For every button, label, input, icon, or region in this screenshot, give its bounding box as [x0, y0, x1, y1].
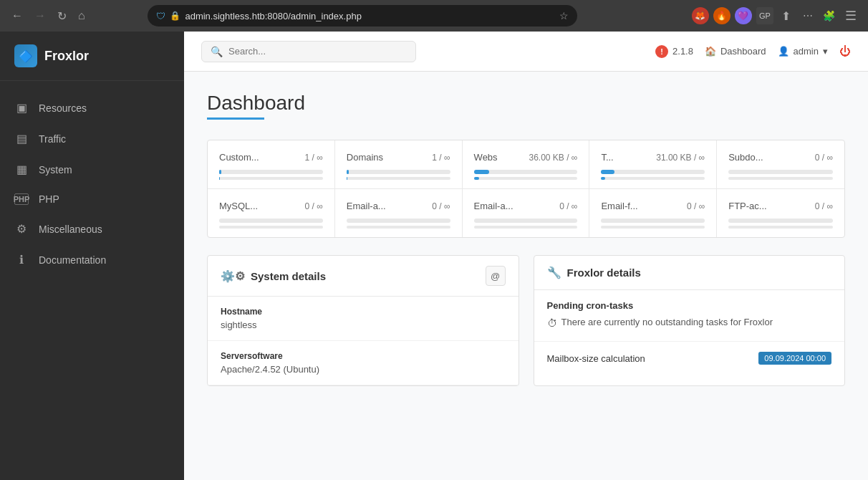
bottom-panels: ⚙️⚙ System details @ Hostname sightless [207, 255, 845, 386]
stat-card-domains[interactable]: Domains 1 / ∞ [335, 140, 463, 189]
stat-value: 31.00 KB / ∞ [656, 153, 705, 163]
system-details-panel: ⚙️⚙ System details @ Hostname sightless [207, 255, 519, 386]
sidebar-item-miscellaneous[interactable]: ⚙ Miscellaneous [0, 213, 184, 244]
stat-value: 0 / ∞ [432, 201, 450, 211]
stat-name: Domains [347, 152, 383, 163]
stat-bar-bg [601, 170, 705, 174]
user-menu[interactable]: 👤 admin ▾ [778, 46, 828, 57]
stat-name: Subdo... [728, 152, 763, 163]
browser-chrome: ← → ↻ ⌂ 🛡 🔒 admin.sightless.htb:8080/adm… [0, 0, 868, 32]
system-action-button[interactable]: @ [486, 266, 506, 286]
search-input[interactable] [228, 46, 407, 57]
stat-bar-bg [219, 170, 323, 174]
stat-value: 0 / ∞ [815, 153, 833, 163]
stat-value: 0 / ∞ [305, 201, 323, 211]
page-title: Dashboard [207, 92, 845, 115]
ext-purple-button[interactable]: 💜 [735, 7, 752, 24]
power-button[interactable]: ⏻ [839, 45, 851, 58]
stat-bar-bg [347, 170, 450, 174]
logo-char: 🔷 [19, 49, 33, 63]
ext-puzzle-button[interactable]: 🧩 [821, 7, 838, 24]
title-underline [207, 117, 264, 120]
stat-card-mysql[interactable]: MySQL... 0 / ∞ [208, 189, 335, 237]
stat-value: 0 / ∞ [559, 201, 577, 211]
forward-button[interactable]: → [32, 6, 49, 25]
serversoftware-label: Serversoftware [221, 351, 506, 361]
stat-value: 0 / ∞ [815, 201, 833, 211]
search-bar[interactable]: 🔍 [201, 41, 416, 62]
clock-icon: ⏱ [547, 316, 557, 331]
address-bar[interactable]: 🛡 🔒 admin.sightless.htb:8080/admin_index… [148, 5, 577, 27]
ext-orange-button[interactable]: 🔥 [713, 7, 730, 24]
url-display[interactable]: admin.sightless.htb:8080/admin_index.php [185, 11, 555, 21]
topbar-right: ! 2.1.8 🏠 Dashboard 👤 admin ▾ ⏻ [655, 45, 851, 58]
stat-card-ftp[interactable]: FTP-ac... 0 / ∞ [717, 189, 844, 237]
stat-card-email-alias[interactable]: Email-a... 0 / ∞ [463, 189, 590, 237]
stat-card-email-fwd[interactable]: Email-f... 0 / ∞ [589, 189, 717, 237]
sidebar-item-label: System [39, 164, 72, 176]
ext-extra-button[interactable]: ⋯ [799, 7, 816, 24]
stat-bar-bg [474, 219, 578, 223]
hostname-label: Hostname [221, 307, 506, 317]
stat-bar-bg [728, 170, 833, 174]
stat-bar-bg2 [474, 177, 578, 180]
stat-bar-bg2 [474, 226, 578, 229]
logo-text: Froxlor [44, 49, 89, 64]
cron-message-text: There are currently no outstanding tasks… [561, 315, 773, 330]
back-button[interactable]: ← [9, 6, 26, 25]
stat-bar-bg [219, 219, 323, 223]
stat-card-email-addr[interactable]: Email-a... 0 / ∞ [335, 189, 463, 237]
stat-card-webs[interactable]: Webs 36.00 KB / ∞ [463, 140, 590, 189]
stat-bar-bg2 [219, 177, 323, 180]
pending-cron-section: Pending cron-tasks ⏱ There are currently… [534, 290, 845, 342]
mailbox-row: Mailbox-size calculation 09.09.2024 00:0… [534, 342, 845, 375]
stat-bar-bg2 [601, 177, 705, 180]
stat-bar-bg [728, 219, 833, 223]
sidebar-item-system[interactable]: ▦ System [0, 154, 184, 185]
panel-title-system: ⚙️⚙ System details [221, 269, 326, 283]
mailbox-label: Mailbox-size calculation [547, 353, 645, 364]
browser-menu-button[interactable]: ☰ [842, 5, 859, 27]
system-details-title: System details [251, 270, 326, 282]
froxlor-details-body: Pending cron-tasks ⏱ There are currently… [534, 290, 845, 375]
hostname-value: sightless [221, 320, 506, 330]
logo-icon: 🔷 [14, 44, 37, 67]
refresh-button[interactable]: ↻ [54, 6, 69, 26]
stats-grid: Custom... 1 / ∞ Domains 1 / ∞ [207, 140, 845, 238]
sidebar-item-label: Documentation [39, 254, 106, 266]
stat-card-customers[interactable]: Custom... 1 / ∞ [208, 140, 335, 189]
stat-bar-bg2 [347, 177, 450, 180]
stat-bar-bg [474, 170, 578, 174]
stat-bar-bg [601, 219, 705, 223]
sidebar-item-label: Resources [39, 102, 87, 114]
user-icon: 👤 [778, 46, 789, 57]
ext-upload-button[interactable]: ⬆ [778, 7, 795, 24]
user-label: admin [794, 46, 819, 57]
stat-name: Email-a... [347, 201, 386, 211]
bookmark-icon[interactable]: ☆ [559, 10, 569, 21]
froxlor-details-panel: 🔧 Froxlor details Pending cron-tasks ⏱ T… [534, 255, 846, 386]
serversoftware-row: Serversoftware Apache/2.4.52 (Ubuntu) [208, 341, 519, 385]
sidebar-item-traffic[interactable]: ▤ Traffic [0, 123, 184, 154]
system-icon: ▦ [14, 163, 29, 176]
stat-card-traffic[interactable]: T... 31.00 KB / ∞ [589, 140, 717, 189]
ext-gtp-button[interactable]: GP [756, 7, 773, 24]
stat-card-subdomains[interactable]: Subdo... 0 / ∞ [717, 140, 844, 189]
sidebar-item-label: PHP [39, 193, 59, 205]
version-text: 2.1.8 [672, 46, 693, 57]
dashboard-link[interactable]: 🏠 Dashboard [705, 46, 766, 57]
system-details-body: Hostname sightless Serversoftware Apache… [208, 297, 519, 385]
ext-red-button[interactable]: 🦊 [692, 7, 709, 24]
stat-bar-bg2 [347, 226, 450, 229]
serversoftware-value: Apache/2.4.52 (Ubuntu) [221, 364, 506, 375]
sidebar-item-resources[interactable]: ▣ Resources [0, 92, 184, 123]
sidebar-item-php[interactable]: PHP PHP [0, 185, 184, 213]
sidebar-item-documentation[interactable]: ℹ Documentation [0, 244, 184, 275]
browser-extensions: 🦊 🔥 💜 GP ⬆ ⋯ 🧩 ☰ [692, 5, 859, 27]
home-button[interactable]: ⌂ [75, 6, 88, 25]
hostname-row: Hostname sightless [208, 297, 519, 341]
search-icon: 🔍 [211, 46, 223, 57]
sidebar-logo: 🔷 Froxlor [0, 32, 184, 81]
wrench-icon: 🔧 [547, 266, 561, 279]
sidebar-navigation: ▣ Resources ▤ Traffic ▦ System PHP PHP ⚙… [0, 81, 184, 287]
